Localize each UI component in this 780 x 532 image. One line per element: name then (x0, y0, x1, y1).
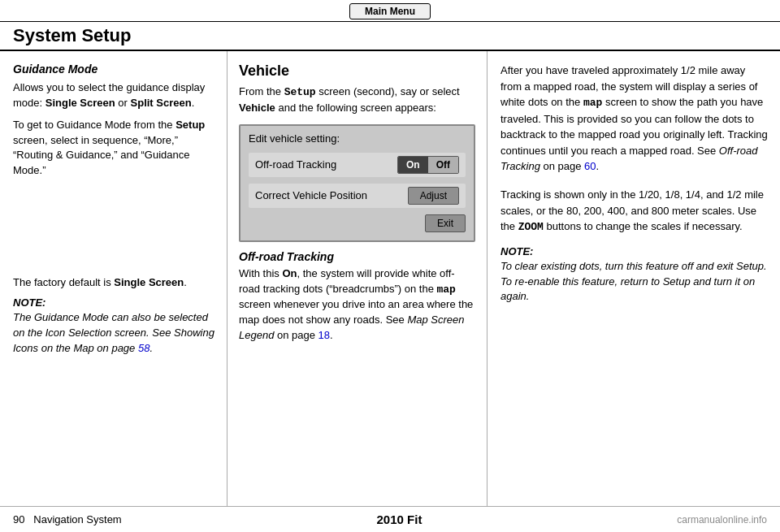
vehicle-bold: Vehicle (239, 102, 275, 114)
right-note-section: NOTE: To clear existing dots, turn this … (500, 245, 769, 305)
factory-default-text: The factory default is Single Screen. (13, 276, 215, 288)
page-title-bar: System Setup (0, 22, 780, 51)
middle-column: Vehicle From the Setup screen (second), … (228, 51, 488, 522)
vehicle-pre: From the (239, 85, 284, 97)
para1-mid: or (115, 97, 131, 109)
offroad-end: . (330, 329, 333, 341)
settings-title: Edit vehicle setting: (249, 132, 466, 145)
footer-page: 90 Navigation System (0, 513, 122, 526)
right-column: After you have traveled approximately 1/… (488, 51, 780, 522)
correct-vehicle-label: Correct Vehicle Position (255, 189, 408, 201)
right-p1-page-pre: on page (540, 160, 584, 172)
offroad-pre: With this (239, 267, 282, 279)
guidance-mode-para2: To get to Guidance Mode from the Setup s… (13, 118, 215, 179)
left-note-heading: NOTE: (13, 296, 215, 309)
left-column: Guidance Mode Allows you to select the g… (0, 51, 228, 522)
on-off-toggle[interactable]: On Off (397, 156, 459, 174)
page-title: System Setup (13, 25, 132, 45)
note-link[interactable]: 58 (138, 342, 150, 354)
exit-btn-row: Exit (249, 214, 466, 232)
factory-pre: The factory default is (13, 276, 114, 288)
para2-post: screen, select in sequence, “More,” “Rou… (13, 134, 190, 177)
para1-bold2: Split Screen (131, 97, 192, 109)
guidance-mode-heading: Guidance Mode (13, 63, 215, 76)
adjust-button[interactable]: Adjust (408, 187, 459, 205)
factory-end: . (184, 276, 187, 288)
vehicle-heading: Vehicle (239, 63, 475, 80)
footer-center-title: 2010 Fit (122, 513, 678, 526)
vehicle-mid: screen (second), say or select (316, 85, 460, 97)
offroad-tracking-text: With this On, the system will provide wh… (239, 266, 475, 344)
nav-system-label: Navigation System (33, 513, 121, 526)
right-p1-end: . (596, 160, 600, 172)
guidance-mode-para1: Allows you to select the guidance displa… (13, 80, 215, 111)
off-road-tracking-label: Off-road Tracking (255, 158, 397, 171)
left-note-text: The Guidance Mode can also be selected o… (13, 310, 215, 357)
offroad-on: On (282, 267, 297, 279)
vehicle-settings-box: Edit vehicle setting: Off-road Tracking … (239, 124, 475, 242)
right-note-heading: NOTE: (500, 245, 769, 257)
offroad-map: map (437, 283, 456, 296)
offroad-page-link[interactable]: 18 (318, 329, 330, 341)
vehicle-setup-word: Setup (284, 86, 316, 98)
right-map-word: map (583, 97, 602, 109)
right-para1: After you have traveled approximately 1/… (500, 63, 769, 175)
offroad-tracking-heading: Off-road Tracking (239, 250, 475, 263)
footer-right: carmanualonline.info (677, 514, 780, 526)
para2-setup: Setup (176, 119, 205, 131)
off-road-tracking-row: Off-road Tracking On Off (249, 153, 466, 177)
exit-button[interactable]: Exit (425, 214, 466, 232)
zoom-word: ZOOM (518, 221, 544, 233)
note-pre: The Guidance Mode can also be selected o… (13, 311, 214, 354)
para1-end: . (192, 97, 195, 109)
para1-bold1: Single Screen (46, 97, 115, 109)
right-para2: Tracking is shown only in the 1/20, 1/8,… (500, 187, 769, 236)
offroad-page-pre: on page (274, 329, 318, 341)
off-button[interactable]: Off (428, 157, 458, 173)
content-columns: Guidance Mode Allows you to select the g… (0, 51, 780, 522)
right-page-link[interactable]: 60 (584, 160, 596, 172)
vehicle-intro: From the Setup screen (second), say or s… (239, 84, 475, 116)
para2-pre: To get to Guidance Mode from the (13, 119, 176, 131)
note-end: . (150, 342, 153, 354)
correct-vehicle-position-row: Correct Vehicle Position Adjust (249, 184, 466, 208)
right-note-text: To clear existing dots, turn this featur… (500, 259, 769, 305)
on-button[interactable]: On (398, 157, 428, 173)
top-menu-bar: Main Menu (0, 0, 780, 22)
vehicle-post: and the following screen appears: (275, 102, 436, 114)
factory-bold: Single Screen (114, 276, 184, 288)
right-p2-post: buttons to change the scales if necessar… (544, 220, 743, 232)
footer: 90 Navigation System 2010 Fit carmanualo… (0, 506, 780, 532)
main-menu-button[interactable]: Main Menu (349, 3, 431, 19)
page-number: 90 (13, 513, 24, 526)
